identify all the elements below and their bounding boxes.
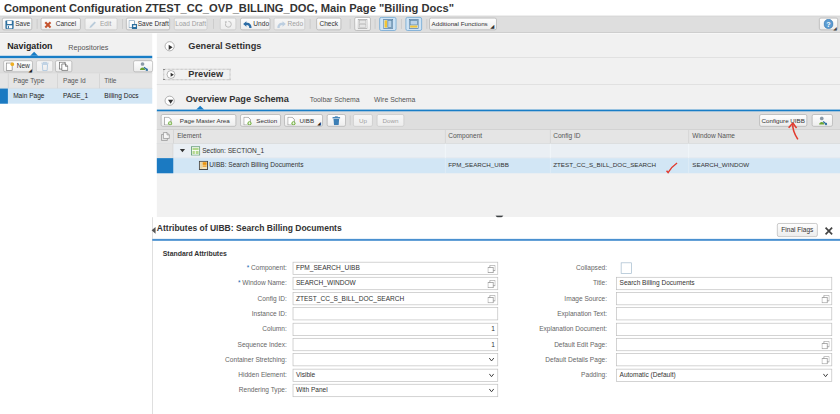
svg-text:?: ? — [826, 20, 830, 29]
